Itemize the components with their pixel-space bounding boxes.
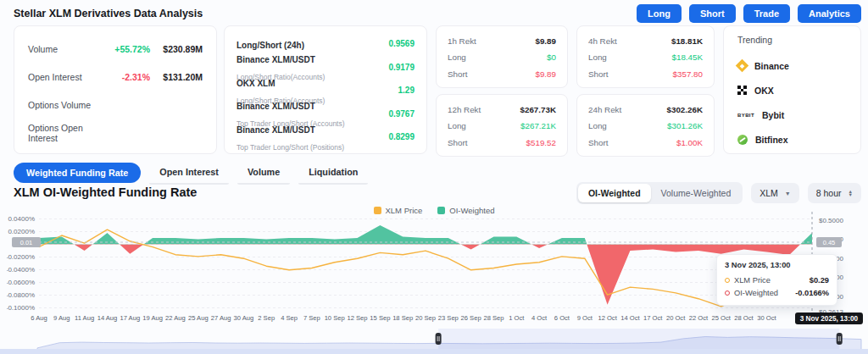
tab-open-interest[interactable]: Open Interest bbox=[149, 163, 229, 185]
stat-row-volume: Volume +55.72% $230.89M bbox=[28, 35, 203, 63]
x-tick-label: 9 Oct bbox=[577, 314, 593, 322]
navigator-handle[interactable] bbox=[837, 333, 843, 345]
trending-item-okx[interactable]: OKX bbox=[737, 78, 847, 102]
ratio-title: Binance XLM/USDT bbox=[236, 102, 315, 111]
chart-title: XLM OI-Weighted Funding Rate bbox=[14, 185, 197, 199]
x-tick-label: 1 Oct bbox=[509, 314, 524, 322]
stat-value: $230.89M bbox=[150, 44, 203, 54]
bitfinex-icon bbox=[737, 135, 748, 145]
short-button[interactable]: Short bbox=[689, 4, 736, 23]
rekt-total: $18.81K bbox=[671, 36, 703, 46]
x-tick-label: 17 Oct bbox=[643, 314, 662, 322]
trending-item-bybit[interactable]: BYBIT Bybit bbox=[737, 102, 847, 127]
stat-row-open-interest: Open Interest -2.31% $131.20M bbox=[28, 63, 203, 91]
stat-row-options-volume: Options Volume bbox=[28, 91, 203, 119]
navigator-plot[interactable] bbox=[0, 329, 868, 350]
okx-icon bbox=[737, 86, 747, 95]
bottom-scroll-strip[interactable] bbox=[0, 349, 868, 354]
x-tick-label: 12 Oct bbox=[598, 314, 616, 322]
svg-text:-0.0600%: -0.0600% bbox=[7, 279, 35, 286]
chart-controls: OI-Weighted Volume-Weighted XLM ▼ 8 hour… bbox=[576, 182, 861, 204]
weighted-toggle: OI-Weighted Volume-Weighted bbox=[576, 182, 743, 204]
x-tick-label: 18 Sep bbox=[392, 314, 413, 322]
navigator-handle[interactable] bbox=[436, 333, 442, 345]
x-tick-label: 14 Oct bbox=[620, 314, 639, 322]
tooltip-label: XLM Price bbox=[734, 276, 771, 285]
binance-icon bbox=[736, 59, 749, 73]
tab-liquidation[interactable]: Liquidation bbox=[298, 163, 368, 185]
toggle-oi-weighted[interactable]: OI-Weighted bbox=[578, 184, 651, 202]
x-tick-label: 10 Sep bbox=[325, 314, 345, 322]
x-tick-label: 19 Aug bbox=[142, 314, 163, 322]
chart-tooltip: 3 Nov 2025, 13:00 XLM Price $0.29 OI-Wei… bbox=[716, 254, 837, 306]
volume-stats-card: Volume +55.72% $230.89M Open Interest -2… bbox=[14, 25, 217, 154]
rekt-total: $302.26K bbox=[667, 105, 704, 114]
tooltip-label: OI-Weighted bbox=[734, 289, 778, 297]
toggle-volume-weighted[interactable]: Volume-Weighted bbox=[651, 184, 742, 202]
interval-select[interactable]: 8 hour ▲▼ bbox=[808, 183, 861, 203]
rekt-card-24h: 24h Rekt$302.26K Long$301.26K Short$1.00… bbox=[576, 94, 715, 157]
trending-title: Trending bbox=[737, 35, 847, 53]
x-tick-label: 20 Oct bbox=[666, 314, 685, 322]
rekt-short-value: $9.89 bbox=[535, 69, 556, 79]
rekt-long-label: Long bbox=[448, 53, 466, 62]
x-tick-label: 14 Aug bbox=[97, 314, 118, 322]
rekt-long-label: Long bbox=[588, 121, 607, 130]
rekt-title: 24h Rekt bbox=[588, 105, 621, 114]
rekt-title: 1h Rekt bbox=[448, 36, 476, 46]
tab-weighted-funding-rate[interactable]: Weighted Funding Rate bbox=[14, 163, 141, 183]
ratio-value: 0.9179 bbox=[388, 63, 415, 72]
x-tick-label: 25 Oct bbox=[712, 314, 731, 322]
ratio-title: Long/Short (24h) bbox=[236, 41, 304, 50]
funding-dot-icon bbox=[725, 290, 730, 296]
trending-item-bitfinex[interactable]: Bitfinex bbox=[737, 127, 847, 152]
ratio-row: Binance XLM/USDTTop Trader Long/Short (P… bbox=[236, 125, 415, 149]
tooltip-row-price: XLM Price $0.29 bbox=[725, 274, 829, 286]
rekt-long-label: Long bbox=[588, 53, 607, 62]
rekt-long-value: $18.45K bbox=[672, 53, 704, 62]
stat-change: +55.72% bbox=[106, 44, 150, 54]
rekt-short-label: Short bbox=[448, 138, 467, 147]
rekt-card-12h: 12h Rekt$267.73K Long$267.21K Short$519.… bbox=[436, 94, 568, 157]
svg-text:$0.5000: $0.5000 bbox=[819, 217, 843, 224]
rekt-short-value: $519.52 bbox=[526, 138, 556, 147]
rekt-long-value: $301.26K bbox=[667, 121, 703, 130]
analytics-button[interactable]: Analytics bbox=[798, 4, 861, 23]
x-tick-label: 22 Oct bbox=[689, 314, 708, 322]
x-tick-label: 12 Sep bbox=[347, 314, 367, 322]
stat-change: -2.31% bbox=[106, 72, 150, 82]
ratio-value: 0.9767 bbox=[388, 109, 415, 119]
rekt-total: $9.89 bbox=[535, 36, 556, 46]
rekt-short-value: $357.80 bbox=[673, 69, 703, 79]
interval-select-value: 8 hour bbox=[816, 188, 842, 198]
long-button[interactable]: Long bbox=[637, 4, 682, 23]
stat-label: Options Open Interest bbox=[28, 123, 106, 143]
x-tick-label: 9 Aug bbox=[53, 314, 70, 322]
rekt-title: 4h Rekt bbox=[588, 36, 617, 46]
x-tick-label: 4 Oct bbox=[531, 314, 547, 322]
tab-volume[interactable]: Volume bbox=[237, 163, 290, 185]
tooltip-row-funding: OI-Weighted -0.0166% bbox=[725, 286, 829, 299]
tooltip-value: -0.0166% bbox=[795, 289, 829, 297]
x-tick-label: 30 Oct bbox=[757, 314, 776, 322]
symbol-select[interactable]: XLM ▼ bbox=[751, 183, 799, 203]
trending-item-binance[interactable]: Binance bbox=[737, 53, 847, 78]
svg-text:-0.0800%: -0.0800% bbox=[7, 291, 35, 299]
ratio-value: 1.29 bbox=[398, 86, 415, 95]
trending-name: Bitfinex bbox=[755, 135, 788, 145]
stat-row-options-open-interest: Options Open Interest bbox=[28, 119, 203, 147]
rekt-card-4h: 4h Rekt$18.81K Long$18.45K Short$357.80 bbox=[576, 25, 715, 88]
trade-button[interactable]: Trade bbox=[743, 4, 790, 23]
chart-range-navigator[interactable] bbox=[0, 329, 868, 350]
symbol-select-value: XLM bbox=[760, 188, 778, 198]
x-tick-label: 27 Aug bbox=[211, 314, 231, 322]
svg-text:0.0400%: 0.0400% bbox=[8, 215, 35, 223]
rekt-short-label: Short bbox=[448, 69, 467, 79]
x-tick-label: 17 Aug bbox=[120, 314, 140, 322]
svg-text:-0.1000%: -0.1000% bbox=[7, 304, 35, 312]
tooltip-value: $0.29 bbox=[810, 276, 829, 285]
ratio-title: OKX XLM bbox=[236, 79, 275, 88]
svg-text:0.45: 0.45 bbox=[823, 239, 836, 246]
up-down-arrows-icon: ▲▼ bbox=[849, 190, 853, 197]
stat-value: $131.20M bbox=[150, 72, 203, 82]
